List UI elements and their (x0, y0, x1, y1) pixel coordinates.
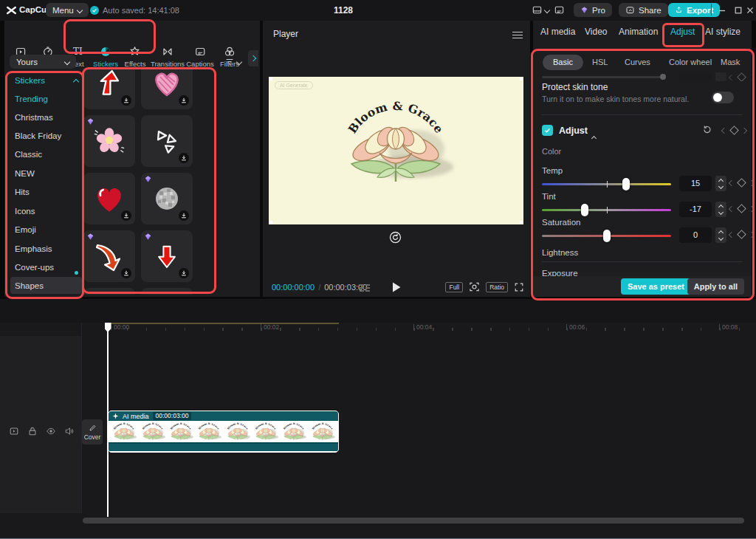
subtab-hsl[interactable]: HSL (592, 55, 608, 70)
reset-button[interactable] (701, 124, 712, 135)
saturation-keyframe-controls[interactable] (729, 231, 754, 238)
sidebar-item-classic[interactable]: Classic (15, 145, 42, 164)
tab-ai-stylize[interactable]: AI stylize (705, 27, 740, 37)
tab-ai-media[interactable]: AI media (540, 27, 575, 37)
sticker-gray-pixel-moon[interactable] (141, 173, 193, 224)
temp-stepper[interactable] (715, 176, 726, 191)
subtab-basic[interactable]: Basic (543, 55, 583, 70)
minimize-button[interactable] (715, 3, 729, 18)
sticker-white-sparkle-triangles[interactable] (141, 115, 193, 167)
player-menu-button[interactable] (512, 30, 523, 41)
tab-effects[interactable]: Effects (125, 46, 146, 68)
collapse-section-button[interactable] (592, 130, 596, 143)
panel-layout-button[interactable] (554, 4, 565, 16)
selection-handle[interactable] (520, 78, 523, 80)
download-icon[interactable] (121, 210, 131, 221)
layout-switch-button[interactable] (532, 4, 549, 16)
tab-transitions[interactable]: Transitions (151, 46, 185, 68)
panel-footer: Save as preset Apply to all (533, 276, 752, 297)
download-icon[interactable] (179, 268, 189, 278)
tint-slider[interactable] (542, 209, 671, 211)
sticker-pink-flower[interactable] (83, 115, 135, 167)
selection-handle[interactable] (520, 221, 523, 224)
saturation-slider-handle[interactable] (603, 230, 611, 242)
mute-track-icon[interactable] (64, 426, 75, 436)
sidebar-item-hits[interactable]: Hits (15, 183, 30, 202)
tab-animation[interactable]: Animation (619, 27, 658, 37)
selection-handle[interactable] (269, 221, 272, 224)
pro-button[interactable]: Pro (574, 3, 612, 17)
tint-keyframe-controls[interactable] (729, 205, 754, 212)
sort-filter-button[interactable] (224, 57, 241, 67)
full-button[interactable]: Full (445, 282, 463, 292)
section-keyframe-controls[interactable] (722, 127, 746, 134)
close-button[interactable] (743, 3, 756, 18)
sidebar-item-christmas[interactable]: Christmas (15, 109, 53, 127)
tab-video[interactable]: Video (585, 27, 607, 37)
temp-slider-handle[interactable] (622, 178, 630, 190)
tab-captions[interactable]: Captions (186, 46, 214, 68)
tint-slider-handle[interactable] (581, 204, 588, 216)
sticker-partial-1[interactable] (83, 288, 135, 295)
sticker-red-glossy-heart[interactable] (83, 173, 135, 224)
temp-value[interactable]: 15 (679, 176, 712, 191)
save-as-preset-button[interactable]: Save as preset (621, 278, 691, 295)
sidebar-item-new[interactable]: NEW (15, 165, 35, 183)
frame-view-button[interactable] (359, 284, 371, 293)
sidebar-item-shapes[interactable]: Shapes (15, 277, 44, 295)
sticker-red-curved-arrow[interactable] (83, 230, 135, 282)
sticker-red-down-arrow[interactable] (141, 230, 193, 282)
saturation-stepper[interactable] (715, 227, 726, 243)
saturation-value[interactable]: 0 (679, 227, 712, 243)
preview-canvas[interactable]: AI Generate (269, 77, 523, 224)
sidebar-item-trending[interactable]: Trending (15, 90, 48, 109)
export-button[interactable]: Export (668, 3, 720, 17)
lock-track-icon[interactable] (27, 426, 38, 436)
protect-skin-tone-subtitle: Turn it on to make skin tones more natur… (542, 95, 689, 103)
subtab-color-wheel[interactable]: Color wheel (669, 55, 712, 70)
sidebar-item-emphasis[interactable]: Emphasis (15, 240, 52, 258)
timeline-scrollbar[interactable] (83, 518, 744, 523)
tab-adjust[interactable]: Adjust (670, 27, 695, 37)
menu-button[interactable]: Menu (46, 3, 89, 17)
source-dropdown-value: Yours (16, 58, 38, 66)
protect-skin-tone-toggle[interactable] (712, 92, 734, 103)
fullscreen-icon[interactable] (514, 282, 524, 292)
sidebar-item-black-friday[interactable]: Black Friday (15, 127, 61, 145)
sticker-red-arrow-up[interactable] (83, 68, 135, 109)
expand-tabs-button[interactable] (248, 50, 258, 66)
ratio-button[interactable]: Ratio (486, 282, 508, 292)
hide-track-icon[interactable] (46, 426, 56, 436)
timeline-clip-ai-media[interactable]: AI media 00:00:03:00 (108, 411, 339, 453)
subtab-curves[interactable]: Curves (625, 55, 650, 70)
tint-stepper[interactable] (715, 202, 726, 217)
subtab-mask[interactable]: Mask (721, 55, 740, 70)
download-icon[interactable] (179, 153, 189, 163)
sidebar-item-stickers[interactable]: Stickers (15, 72, 78, 90)
tab-stickers[interactable]: Stickers (93, 46, 118, 68)
sticker-partial-2[interactable] (141, 288, 193, 295)
replay-button[interactable] (389, 231, 402, 244)
download-icon[interactable] (179, 95, 189, 106)
tint-value[interactable]: -17 (679, 202, 712, 217)
sticker-pink-scribble-heart[interactable] (141, 68, 193, 109)
sidebar-item-icons[interactable]: Icons (15, 202, 35, 221)
download-icon[interactable] (121, 268, 131, 278)
temp-slider[interactable] (542, 183, 671, 185)
selection-handle[interactable] (269, 78, 272, 80)
download-icon[interactable] (121, 95, 131, 106)
playhead-line[interactable] (107, 323, 109, 517)
saturation-slider[interactable] (542, 235, 671, 237)
temp-label: Temp (542, 166, 563, 175)
sidebar-item-emoji[interactable]: Emoji (15, 221, 36, 239)
adjust-enable-checkbox[interactable] (542, 125, 553, 136)
temp-keyframe-controls[interactable] (729, 179, 754, 186)
share-button[interactable]: Share (619, 3, 668, 17)
source-dropdown[interactable]: Yours (10, 55, 76, 69)
play-button[interactable] (391, 281, 402, 293)
apply-to-all-button[interactable]: Apply to all (687, 278, 744, 295)
download-icon[interactable] (179, 210, 189, 221)
focus-zoom-icon[interactable] (469, 281, 480, 292)
edit-cover-button[interactable]: Cover (82, 419, 103, 444)
sidebar-item-cover-ups[interactable]: Cover-ups (15, 258, 54, 277)
